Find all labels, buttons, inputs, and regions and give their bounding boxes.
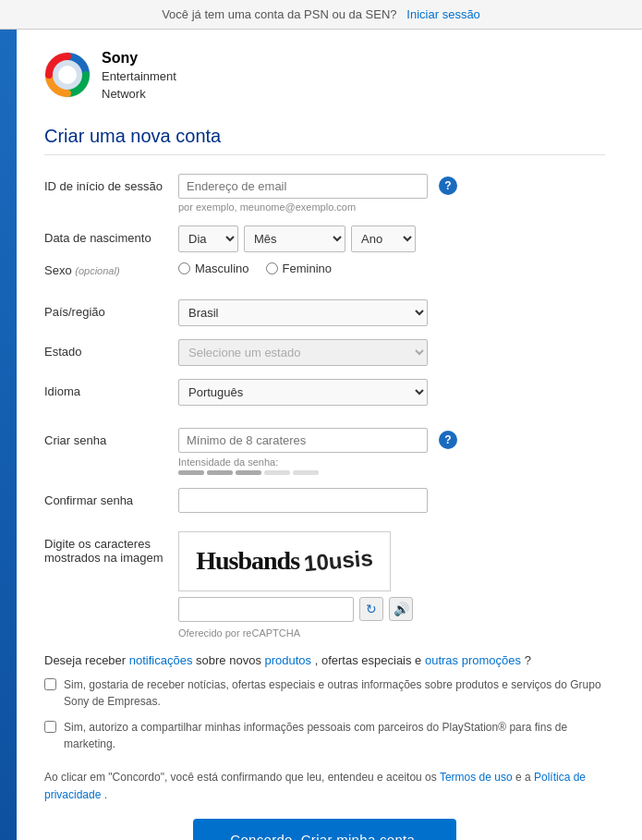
terms-link1[interactable]: Termos de uso — [440, 771, 513, 784]
language-controls: Português — [178, 379, 605, 406]
spacer1 — [44, 290, 605, 299]
country-controls: Brasil — [178, 299, 605, 326]
confirm-input[interactable] — [178, 488, 428, 513]
id-row: ID de início de sessão ? por exemplo, me… — [44, 174, 605, 213]
strength-bar-2 — [207, 470, 233, 475]
password-input[interactable] — [178, 428, 428, 453]
strength-bar-5 — [293, 470, 319, 475]
captcha-refresh-button[interactable]: ↻ — [359, 597, 383, 621]
language-select[interactable]: Português — [178, 379, 428, 406]
strength-bars — [178, 470, 605, 475]
captcha-audio-button[interactable]: 🔊 — [389, 597, 413, 621]
main-container: Sony Entertainment Network Criar uma nov… — [0, 30, 642, 840]
gender-radio-group: Masculino Feminino — [178, 258, 605, 275]
spacer2 — [44, 419, 605, 428]
checkbox2[interactable] — [44, 721, 56, 733]
country-label: País/região — [44, 299, 178, 319]
password-input-row: ? — [178, 428, 605, 453]
notifications-section: Deseja receber notificações sobre novos … — [44, 653, 605, 667]
email-hint: por exemplo, meunome@exemplo.com — [178, 201, 605, 213]
notif-text3: , ofertas especiais e — [315, 653, 425, 667]
notif-text4: ? — [525, 653, 531, 667]
submit-button[interactable]: Concordo. Criar minha conta. — [193, 819, 455, 840]
state-label: Estado — [44, 339, 178, 359]
day-select[interactable]: Dia — [178, 225, 238, 252]
header: Sony Entertainment Network — [44, 48, 605, 103]
state-controls: Selecione um estado — [178, 339, 605, 366]
checkbox1-row: Sim, gostaria de receber notícias, ofert… — [44, 676, 605, 710]
confirm-row: Confirmar senha — [44, 488, 605, 513]
confirm-controls — [178, 488, 605, 513]
checkbox2-label: Sim, autorizo a compartilhar minhas info… — [64, 719, 605, 752]
logo-line2: Entertainment — [102, 68, 176, 85]
id-help-icon[interactable]: ? — [439, 177, 457, 195]
year-select[interactable]: Ano — [351, 225, 416, 252]
password-row: Criar senha ? Intensidade da senha: — [44, 428, 605, 475]
logo-text: Sony Entertainment Network — [102, 48, 176, 103]
country-select[interactable]: Brasil — [178, 299, 428, 326]
top-banner-text: Você já tem uma conta da PSN ou da SEN? — [162, 7, 396, 21]
gender-row: Sexo (opcional) Masculino Feminino — [44, 258, 605, 277]
page-wrapper: Você já tem uma conta da PSN ou da SEN? … — [0, 0, 642, 840]
strength-bar-3 — [236, 470, 261, 475]
dob-selects: Dia Mês Ano — [178, 225, 605, 252]
dob-row: Data de nascimento Dia Mês Ano — [44, 225, 605, 252]
notif-link2[interactable]: produtos — [265, 653, 312, 667]
state-select[interactable]: Selecione um estado — [178, 339, 428, 366]
page-title: Criar uma nova conta — [44, 126, 605, 155]
recaptcha-label: Oferecido por reCAPTCHA — [178, 627, 605, 639]
id-input-row: ? — [178, 174, 605, 199]
captcha-input-row: ↻ 🔊 — [178, 597, 605, 622]
captcha-word2: 10usis — [303, 545, 374, 577]
gender-male-label[interactable]: Masculino — [178, 262, 249, 275]
captcha-label: Digite os caracteres mostrados na imagem — [44, 531, 178, 565]
terms-text: Ao clicar em "Concordo", você está confi… — [44, 769, 605, 804]
country-row: País/região Brasil — [44, 299, 605, 326]
gender-label: Sexo (opcional) — [44, 258, 178, 277]
strength-bar-4 — [264, 470, 290, 475]
strength-bar-1 — [178, 470, 204, 475]
signin-link[interactable]: Iniciar sessão — [406, 7, 479, 21]
gender-controls: Masculino Feminino — [178, 258, 605, 275]
gender-female-radio[interactable] — [266, 262, 278, 274]
notif-link1[interactable]: notificações — [129, 653, 193, 667]
logo-line3: Network — [102, 86, 176, 103]
captcha-image: Husbands 10usis — [178, 531, 391, 591]
top-banner: Você já tem uma conta da PSN ou da SEN? … — [0, 0, 642, 30]
checkbox1-label: Sim, gostaria de receber notícias, ofert… — [64, 676, 605, 710]
checkbox1[interactable] — [44, 678, 56, 690]
confirm-label: Confirmar senha — [44, 488, 178, 507]
left-bar — [0, 30, 17, 840]
sony-label: Sony — [102, 48, 176, 68]
gender-optional: (opcional) — [75, 265, 119, 276]
gender-male-text: Masculino — [195, 262, 249, 275]
gender-female-text: Feminino — [283, 262, 332, 275]
captcha-controls-wrapper: Husbands 10usis ↻ 🔊 Oferecido por reCAPT… — [178, 531, 605, 639]
language-row: Idioma Português — [44, 379, 605, 406]
content-area: Sony Entertainment Network Criar uma nov… — [17, 30, 642, 840]
captcha-word1: Husbands — [196, 546, 299, 576]
password-controls: ? Intensidade da senha: — [178, 428, 605, 475]
captcha-row: Digite os caracteres mostrados na imagem… — [44, 531, 605, 639]
dob-controls: Dia Mês Ano — [178, 225, 605, 252]
password-label: Criar senha — [44, 428, 178, 447]
month-select[interactable]: Mês — [244, 225, 345, 252]
strength-label: Intensidade da senha: — [178, 457, 605, 468]
sony-logo — [44, 52, 91, 98]
notif-text1: Deseja receber — [44, 653, 129, 667]
state-row: Estado Selecione um estado — [44, 339, 605, 366]
dob-label: Data de nascimento — [44, 225, 178, 245]
svg-point-2 — [58, 66, 77, 84]
checkbox2-row: Sim, autorizo a compartilhar minhas info… — [44, 719, 605, 752]
notif-text2: sobre novos — [196, 653, 264, 667]
language-label: Idioma — [44, 379, 178, 398]
password-help-icon[interactable]: ? — [439, 431, 457, 449]
notif-link3[interactable]: outras promoções — [425, 653, 521, 667]
gender-male-radio[interactable] — [178, 262, 190, 274]
captcha-input[interactable] — [178, 597, 354, 622]
id-label: ID de início de sessão — [44, 174, 178, 193]
id-controls: ? por exemplo, meunome@exemplo.com — [178, 174, 605, 213]
email-input[interactable] — [178, 174, 428, 199]
gender-female-label[interactable]: Feminino — [266, 262, 332, 275]
